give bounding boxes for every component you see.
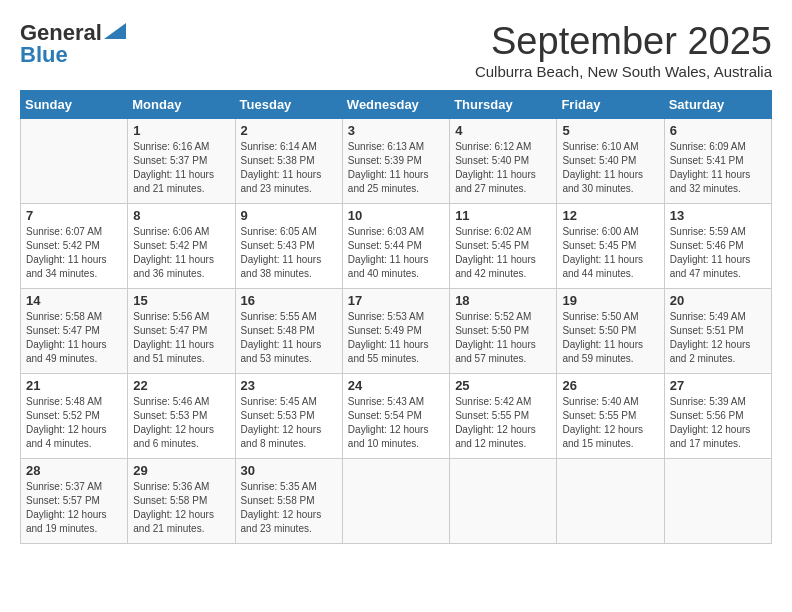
calendar-cell: 17 Sunrise: 5:53 AM Sunset: 5:49 PM Dayl… [342, 289, 449, 374]
day-number: 15 [133, 293, 229, 308]
calendar-cell [664, 459, 771, 544]
calendar-cell: 6 Sunrise: 6:09 AM Sunset: 5:41 PM Dayli… [664, 119, 771, 204]
logo-blue: Blue [20, 42, 68, 68]
day-info: Sunrise: 5:42 AM Sunset: 5:55 PM Dayligh… [455, 395, 551, 451]
day-info: Sunrise: 5:55 AM Sunset: 5:48 PM Dayligh… [241, 310, 337, 366]
location-title: Culburra Beach, New South Wales, Austral… [475, 63, 772, 80]
calendar-cell: 10 Sunrise: 6:03 AM Sunset: 5:44 PM Dayl… [342, 204, 449, 289]
column-header-monday: Monday [128, 91, 235, 119]
calendar-cell: 8 Sunrise: 6:06 AM Sunset: 5:42 PM Dayli… [128, 204, 235, 289]
day-number: 25 [455, 378, 551, 393]
calendar-cell: 5 Sunrise: 6:10 AM Sunset: 5:40 PM Dayli… [557, 119, 664, 204]
day-info: Sunrise: 5:50 AM Sunset: 5:50 PM Dayligh… [562, 310, 658, 366]
day-info: Sunrise: 6:12 AM Sunset: 5:40 PM Dayligh… [455, 140, 551, 196]
day-info: Sunrise: 5:46 AM Sunset: 5:53 PM Dayligh… [133, 395, 229, 451]
calendar-cell: 18 Sunrise: 5:52 AM Sunset: 5:50 PM Dayl… [450, 289, 557, 374]
day-info: Sunrise: 5:52 AM Sunset: 5:50 PM Dayligh… [455, 310, 551, 366]
day-number: 3 [348, 123, 444, 138]
day-info: Sunrise: 5:56 AM Sunset: 5:47 PM Dayligh… [133, 310, 229, 366]
day-info: Sunrise: 6:00 AM Sunset: 5:45 PM Dayligh… [562, 225, 658, 281]
day-number: 10 [348, 208, 444, 223]
day-number: 12 [562, 208, 658, 223]
day-number: 14 [26, 293, 122, 308]
calendar-cell: 3 Sunrise: 6:13 AM Sunset: 5:39 PM Dayli… [342, 119, 449, 204]
day-info: Sunrise: 6:05 AM Sunset: 5:43 PM Dayligh… [241, 225, 337, 281]
calendar-cell [342, 459, 449, 544]
day-info: Sunrise: 5:53 AM Sunset: 5:49 PM Dayligh… [348, 310, 444, 366]
day-number: 1 [133, 123, 229, 138]
calendar-cell: 13 Sunrise: 5:59 AM Sunset: 5:46 PM Dayl… [664, 204, 771, 289]
day-number: 18 [455, 293, 551, 308]
calendar-cell: 12 Sunrise: 6:00 AM Sunset: 5:45 PM Dayl… [557, 204, 664, 289]
day-info: Sunrise: 5:58 AM Sunset: 5:47 PM Dayligh… [26, 310, 122, 366]
day-info: Sunrise: 6:14 AM Sunset: 5:38 PM Dayligh… [241, 140, 337, 196]
day-info: Sunrise: 5:49 AM Sunset: 5:51 PM Dayligh… [670, 310, 766, 366]
day-info: Sunrise: 6:07 AM Sunset: 5:42 PM Dayligh… [26, 225, 122, 281]
day-info: Sunrise: 6:02 AM Sunset: 5:45 PM Dayligh… [455, 225, 551, 281]
logo: General Blue [20, 20, 126, 68]
calendar-cell: 19 Sunrise: 5:50 AM Sunset: 5:50 PM Dayl… [557, 289, 664, 374]
day-info: Sunrise: 5:45 AM Sunset: 5:53 PM Dayligh… [241, 395, 337, 451]
calendar-cell: 30 Sunrise: 5:35 AM Sunset: 5:58 PM Dayl… [235, 459, 342, 544]
calendar-cell: 14 Sunrise: 5:58 AM Sunset: 5:47 PM Dayl… [21, 289, 128, 374]
calendar-body: 1 Sunrise: 6:16 AM Sunset: 5:37 PM Dayli… [21, 119, 772, 544]
day-number: 24 [348, 378, 444, 393]
calendar-cell: 16 Sunrise: 5:55 AM Sunset: 5:48 PM Dayl… [235, 289, 342, 374]
day-number: 6 [670, 123, 766, 138]
day-number: 13 [670, 208, 766, 223]
day-info: Sunrise: 5:48 AM Sunset: 5:52 PM Dayligh… [26, 395, 122, 451]
calendar-cell: 29 Sunrise: 5:36 AM Sunset: 5:58 PM Dayl… [128, 459, 235, 544]
day-number: 28 [26, 463, 122, 478]
column-header-tuesday: Tuesday [235, 91, 342, 119]
calendar-cell: 26 Sunrise: 5:40 AM Sunset: 5:55 PM Dayl… [557, 374, 664, 459]
day-number: 27 [670, 378, 766, 393]
svg-marker-0 [104, 23, 126, 39]
day-number: 7 [26, 208, 122, 223]
calendar-cell [450, 459, 557, 544]
calendar-cell [21, 119, 128, 204]
day-info: Sunrise: 6:13 AM Sunset: 5:39 PM Dayligh… [348, 140, 444, 196]
column-header-thursday: Thursday [450, 91, 557, 119]
column-header-saturday: Saturday [664, 91, 771, 119]
day-number: 16 [241, 293, 337, 308]
day-info: Sunrise: 6:09 AM Sunset: 5:41 PM Dayligh… [670, 140, 766, 196]
day-number: 8 [133, 208, 229, 223]
calendar-header-row: SundayMondayTuesdayWednesdayThursdayFrid… [21, 91, 772, 119]
calendar-week-2: 7 Sunrise: 6:07 AM Sunset: 5:42 PM Dayli… [21, 204, 772, 289]
column-header-sunday: Sunday [21, 91, 128, 119]
day-info: Sunrise: 6:06 AM Sunset: 5:42 PM Dayligh… [133, 225, 229, 281]
calendar-cell: 9 Sunrise: 6:05 AM Sunset: 5:43 PM Dayli… [235, 204, 342, 289]
calendar-cell: 27 Sunrise: 5:39 AM Sunset: 5:56 PM Dayl… [664, 374, 771, 459]
day-number: 26 [562, 378, 658, 393]
calendar-week-5: 28 Sunrise: 5:37 AM Sunset: 5:57 PM Dayl… [21, 459, 772, 544]
day-number: 23 [241, 378, 337, 393]
calendar-cell: 7 Sunrise: 6:07 AM Sunset: 5:42 PM Dayli… [21, 204, 128, 289]
calendar-week-4: 21 Sunrise: 5:48 AM Sunset: 5:52 PM Dayl… [21, 374, 772, 459]
calendar-cell: 20 Sunrise: 5:49 AM Sunset: 5:51 PM Dayl… [664, 289, 771, 374]
day-info: Sunrise: 5:37 AM Sunset: 5:57 PM Dayligh… [26, 480, 122, 536]
calendar-cell: 4 Sunrise: 6:12 AM Sunset: 5:40 PM Dayli… [450, 119, 557, 204]
day-info: Sunrise: 5:35 AM Sunset: 5:58 PM Dayligh… [241, 480, 337, 536]
day-number: 30 [241, 463, 337, 478]
calendar-cell: 24 Sunrise: 5:43 AM Sunset: 5:54 PM Dayl… [342, 374, 449, 459]
calendar-cell: 22 Sunrise: 5:46 AM Sunset: 5:53 PM Dayl… [128, 374, 235, 459]
calendar-cell: 28 Sunrise: 5:37 AM Sunset: 5:57 PM Dayl… [21, 459, 128, 544]
day-number: 29 [133, 463, 229, 478]
page-header: General Blue September 2025 Culburra Bea… [20, 20, 772, 80]
calendar-cell: 23 Sunrise: 5:45 AM Sunset: 5:53 PM Dayl… [235, 374, 342, 459]
month-title: September 2025 [475, 20, 772, 63]
day-number: 22 [133, 378, 229, 393]
calendar-week-1: 1 Sunrise: 6:16 AM Sunset: 5:37 PM Dayli… [21, 119, 772, 204]
calendar-cell [557, 459, 664, 544]
day-number: 11 [455, 208, 551, 223]
day-info: Sunrise: 6:03 AM Sunset: 5:44 PM Dayligh… [348, 225, 444, 281]
calendar-cell: 1 Sunrise: 6:16 AM Sunset: 5:37 PM Dayli… [128, 119, 235, 204]
day-info: Sunrise: 5:43 AM Sunset: 5:54 PM Dayligh… [348, 395, 444, 451]
day-info: Sunrise: 5:36 AM Sunset: 5:58 PM Dayligh… [133, 480, 229, 536]
day-info: Sunrise: 5:59 AM Sunset: 5:46 PM Dayligh… [670, 225, 766, 281]
day-number: 5 [562, 123, 658, 138]
calendar-week-3: 14 Sunrise: 5:58 AM Sunset: 5:47 PM Dayl… [21, 289, 772, 374]
calendar-cell: 11 Sunrise: 6:02 AM Sunset: 5:45 PM Dayl… [450, 204, 557, 289]
day-number: 20 [670, 293, 766, 308]
day-info: Sunrise: 6:10 AM Sunset: 5:40 PM Dayligh… [562, 140, 658, 196]
